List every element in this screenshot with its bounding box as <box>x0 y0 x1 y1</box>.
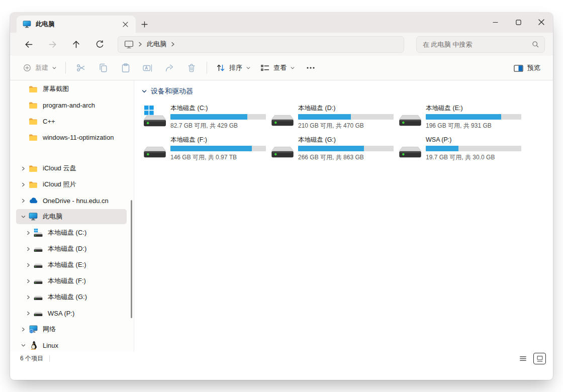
cut-button[interactable] <box>70 59 92 77</box>
back-button[interactable] <box>20 36 37 53</box>
delete-button[interactable] <box>180 59 203 77</box>
sidebar-item-drive-c[interactable]: 本地磁盘 (C:) <box>16 225 127 240</box>
details-view-toggle[interactable] <box>519 354 527 363</box>
search-input[interactable] <box>423 41 531 48</box>
chevron-down-icon[interactable] <box>18 344 28 347</box>
toolbar-divider <box>65 62 66 74</box>
sidebar-item-screenshots-folder[interactable]: 屏幕截图 <box>16 81 127 96</box>
drive-icon <box>33 262 43 268</box>
chevron-down-icon <box>290 66 295 70</box>
drive-grid: 本地磁盘 (C:) 82.7 GB 可用, 共 429 GB 本地磁盘 (D:)… <box>141 103 553 163</box>
rename-button[interactable] <box>136 59 158 77</box>
drive-capacity-caption: 210 GB 可用, 共 470 GB <box>298 122 394 130</box>
sort-button[interactable]: 排序 <box>211 59 255 77</box>
preview-pane-icon <box>513 63 524 73</box>
copy-button[interactable] <box>92 59 114 77</box>
refresh-button[interactable] <box>91 36 108 53</box>
folder-icon <box>28 102 38 109</box>
chevron-right-icon[interactable] <box>18 327 28 332</box>
system-drive-icon <box>143 106 166 131</box>
sidebar-item-drive-f[interactable]: 本地磁盘 (F:) <box>16 273 127 288</box>
forward-button[interactable] <box>44 36 61 53</box>
minimize-button[interactable] <box>484 13 507 32</box>
chevron-right-icon[interactable] <box>18 198 28 204</box>
title-bar: 此电脑 <box>10 13 553 33</box>
network-icon <box>28 325 38 334</box>
toolbar-divider <box>207 62 207 74</box>
sidebar-item-onedrive[interactable]: OneDrive - hnu.edu.cn <box>16 193 127 208</box>
linux-tux-icon <box>28 341 38 350</box>
view-list-icon <box>260 63 270 73</box>
breadcrumb-this-pc[interactable]: 此电脑 <box>147 40 166 49</box>
sidebar-item-drive-e[interactable]: 本地磁盘 (E:) <box>16 257 127 272</box>
drive-tile-d[interactable]: 本地磁盘 (D:) 210 GB 可用, 共 470 GB <box>269 103 397 132</box>
search-box[interactable] <box>416 36 545 53</box>
sidebar-item-drive-d[interactable]: 本地磁盘 (D:) <box>16 241 127 256</box>
sidebar-item-cpp[interactable]: C++ <box>16 114 127 129</box>
sidebar-item-icloud-photos[interactable]: iCloud 照片 <box>16 177 127 192</box>
drive-usage-fill <box>170 146 252 151</box>
close-window-button[interactable] <box>530 13 553 32</box>
folder-icon <box>28 134 38 141</box>
drive-tile-c[interactable]: 本地磁盘 (C:) 82.7 GB 可用, 共 429 GB <box>141 103 269 132</box>
new-button[interactable]: 新建 <box>18 59 61 77</box>
drive-usage-fill <box>170 114 247 120</box>
tab-close-button[interactable] <box>119 18 132 31</box>
new-tab-button[interactable] <box>136 16 153 33</box>
chevron-right-icon[interactable] <box>23 230 33 236</box>
view-button-label: 查看 <box>273 63 287 72</box>
drive-icon <box>33 294 43 301</box>
drive-tile-e[interactable]: 本地磁盘 (E:) 196 GB 可用, 共 931 GB <box>397 103 524 132</box>
paste-button[interactable] <box>114 59 136 77</box>
sidebar-item-windows-11-optimization[interactable]: windows-11-optimization <box>16 130 127 145</box>
more-options-button[interactable] <box>300 59 322 77</box>
chevron-down-icon[interactable] <box>141 89 147 93</box>
drive-icon <box>143 137 166 162</box>
sidebar-scrollbar[interactable] <box>131 200 132 318</box>
maximize-button[interactable] <box>507 13 530 32</box>
drive-usage-bar <box>170 146 266 151</box>
sidebar-item-program-and-arch[interactable]: program-and-arch <box>16 97 127 113</box>
maximize-icon <box>516 20 521 25</box>
plus-icon <box>141 21 148 28</box>
chevron-right-icon[interactable] <box>18 166 28 171</box>
sidebar-item-drive-p-wsa[interactable]: WSA (P:) <box>16 306 127 321</box>
breadcrumb-chevron-icon[interactable] <box>171 41 175 47</box>
drive-capacity-caption: 19.7 GB 可用, 共 30.0 GB <box>426 153 521 162</box>
chevron-right-icon[interactable] <box>23 246 33 252</box>
sidebar-item-drive-g[interactable]: 本地磁盘 (G:) <box>16 289 127 305</box>
large-icons-view-toggle[interactable] <box>533 353 546 364</box>
sidebar-item-icloud-drive[interactable]: iCloud 云盘 <box>16 161 127 176</box>
drive-tile-g[interactable]: 本地磁盘 (G:) 266 GB 可用, 共 863 GB <box>269 134 397 163</box>
item-count-label: 6 个项目 <box>20 354 43 363</box>
chevron-right-icon[interactable] <box>23 278 33 284</box>
chevron-right-icon[interactable] <box>23 262 33 268</box>
address-bar[interactable]: 此电脑 <box>118 36 404 53</box>
group-title: 设备和驱动器 <box>151 87 193 96</box>
drive-tile-f[interactable]: 本地磁盘 (F:) 146 GB 可用, 共 0.97 TB <box>141 134 269 163</box>
preview-toggle-button[interactable]: 预览 <box>509 59 545 77</box>
breadcrumb-chevron-icon[interactable] <box>138 41 142 47</box>
drive-name: 本地磁盘 (C:) <box>170 104 266 113</box>
tab-this-pc[interactable]: 此电脑 <box>17 16 136 33</box>
sidebar-item-linux[interactable]: Linux <box>16 338 127 352</box>
chevron-right-icon[interactable] <box>18 182 28 187</box>
drive-icon <box>271 137 294 162</box>
new-button-label: 新建 <box>35 63 48 72</box>
navigation-pane: 屏幕截图 program-and-arch C++ windows-11-opt… <box>10 80 134 352</box>
sidebar-item-this-pc[interactable]: 此电脑 <box>16 209 127 224</box>
view-button[interactable]: 查看 <box>255 59 300 77</box>
share-button[interactable] <box>158 59 180 77</box>
trash-icon <box>186 63 197 73</box>
drive-icon <box>271 106 294 131</box>
copy-icon <box>98 63 108 73</box>
drive-icon <box>399 106 422 131</box>
chevron-right-icon[interactable] <box>23 295 33 300</box>
devices-and-drives-group-header[interactable]: 设备和驱动器 <box>140 87 553 96</box>
sidebar-item-network[interactable]: 网络 <box>16 322 127 337</box>
up-button[interactable] <box>67 36 84 53</box>
chevron-down-icon[interactable] <box>18 215 28 219</box>
chevron-right-icon[interactable] <box>23 311 33 316</box>
details-view-icon <box>519 354 527 363</box>
drive-tile-p-wsa[interactable]: WSA (P:) 19.7 GB 可用, 共 30.0 GB <box>397 134 524 163</box>
